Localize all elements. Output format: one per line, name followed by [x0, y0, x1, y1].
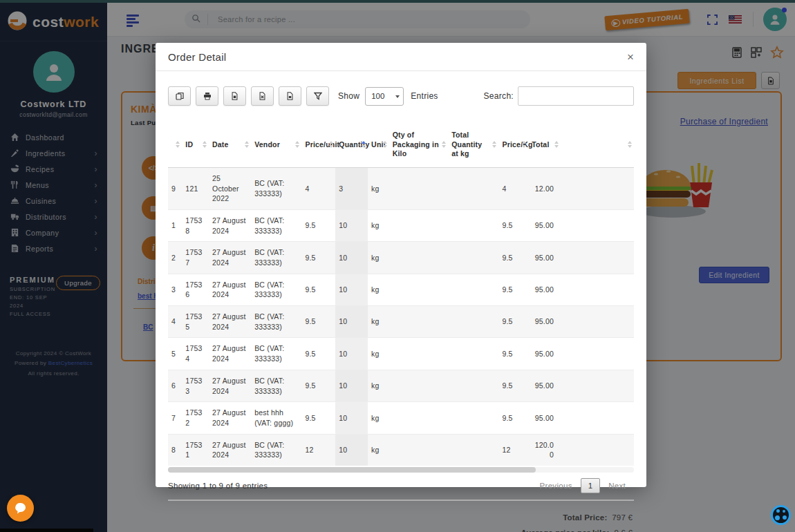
taskbar-fragment — [0, 529, 93, 532]
table-cell: 9.5 — [498, 306, 528, 338]
table-cell: 9.5 — [498, 402, 528, 434]
table-cell: 95.00 — [528, 338, 561, 370]
table-cell: BC (VAT: 333333) — [251, 242, 301, 274]
table-cell: kg — [368, 306, 389, 338]
table-search-input[interactable] — [518, 86, 634, 106]
table-cell: BC (VAT: 333333) — [251, 274, 301, 305]
column-header-blank[interactable] — [561, 122, 634, 167]
column-header-price-unit[interactable]: Price/unit — [301, 122, 335, 167]
table-cell: 95.00 — [528, 274, 561, 305]
table-cell: 9.5 — [301, 338, 335, 370]
table-cell — [561, 306, 634, 338]
table-cell: 17536 — [182, 274, 209, 305]
table-cell: 4 — [498, 167, 528, 209]
table-cell: 4 — [168, 306, 182, 338]
table-cell — [389, 402, 449, 434]
table-row: 11753827 August 2024BC (VAT: 333333)9.51… — [168, 209, 634, 241]
next-page-button[interactable]: Next — [600, 479, 634, 493]
orders-table: ID Date Vendor Price/unit Quantity Unit … — [168, 122, 634, 466]
modal-header: Order Detail × — [156, 43, 646, 71]
showing-entries-text: Showing 1 to 9 of 9 entries — [168, 482, 268, 490]
column-header-date[interactable]: Date — [209, 122, 251, 167]
table-cell: 9.5 — [498, 274, 528, 305]
table-cell: BC (VAT: 333333) — [251, 338, 301, 370]
table-cell: 10 — [335, 370, 368, 401]
export-excel-button[interactable] — [251, 86, 274, 106]
table-cell: 95.00 — [528, 370, 561, 401]
table-cell — [389, 306, 449, 338]
table-cell: 27 August 2024 — [209, 338, 251, 370]
column-header-index[interactable] — [168, 122, 182, 167]
table-row: 31753627 August 2024BC (VAT: 333333)9.51… — [168, 274, 634, 305]
table-cell: 95.00 — [528, 402, 561, 434]
close-icon[interactable]: × — [627, 51, 634, 63]
table-cell — [448, 242, 498, 274]
table-cell: kg — [368, 338, 389, 370]
total-price-line: Total Price: 797 € — [168, 511, 633, 526]
table-cell — [448, 209, 498, 241]
table-cell: 8 — [168, 434, 182, 466]
column-header-total-quantity[interactable]: Total Quantity at kg — [448, 122, 498, 167]
filter-button[interactable] — [306, 86, 329, 106]
table-cell: 95.00 — [528, 306, 561, 338]
table-cell: 10 — [335, 338, 368, 370]
table-cell: 10 — [335, 274, 368, 305]
table-cell: 4 — [301, 167, 335, 209]
page-number-button[interactable]: 1 — [581, 478, 600, 493]
modal-title: Order Detail — [168, 51, 226, 63]
table-cell: 9.5 — [301, 274, 335, 305]
scrollbar-thumb[interactable] — [168, 467, 536, 473]
table-cell — [448, 370, 498, 401]
table-cell: 9.5 — [498, 209, 528, 241]
table-cell: 17532 — [182, 402, 209, 434]
table-cell: 27 August 2024 — [209, 402, 251, 434]
order-detail-modal: Order Detail × Show 100 Entries Search: — [156, 43, 646, 487]
copy-button[interactable] — [168, 86, 191, 106]
table-row: 81753127 August 2024BC (VAT: 333333)1210… — [168, 434, 634, 466]
export-pdf-button[interactable] — [279, 86, 301, 106]
column-header-price-kg[interactable]: Price/Kg — [498, 122, 528, 167]
table-cell: 10 — [335, 434, 368, 466]
previous-page-button[interactable]: Previous — [532, 479, 581, 493]
average-price-line: Average price per kilo: 9.6 € — [168, 526, 633, 532]
export-csv-button[interactable] — [223, 86, 246, 106]
table-cell: 120.00 — [528, 434, 561, 466]
table-cell — [448, 167, 498, 209]
totals-block: Total Price: 797 € Average price per kil… — [168, 511, 634, 532]
table-cell: 9.5 — [301, 402, 335, 434]
table-cell: 27 August 2024 — [209, 209, 251, 241]
table-cell: 17537 — [182, 242, 209, 274]
average-price-value: 9.6 € — [614, 529, 633, 532]
table-cell: 5 — [168, 338, 182, 370]
table-cell: BC (VAT: 333333) — [251, 434, 301, 466]
table-row: 71753227 August 2024best hhh (VAT: gggg)… — [168, 402, 634, 434]
table-cell: kg — [368, 167, 389, 209]
table-cell: kg — [368, 242, 389, 274]
table-cell: 9.5 — [301, 242, 335, 274]
horizontal-scrollbar[interactable] — [168, 467, 634, 473]
table-row: 61753327 August 2024BC (VAT: 333333)9.51… — [168, 370, 634, 401]
column-header-vendor[interactable]: Vendor — [251, 122, 301, 167]
column-header-qty-packaging[interactable]: Qty of Packaging in Kilo — [389, 122, 449, 167]
table-cell: 12 — [301, 434, 335, 466]
sort-ascending-icon — [362, 141, 366, 148]
print-button[interactable] — [196, 86, 218, 106]
column-header-quantity[interactable]: Quantity — [335, 122, 368, 167]
page-size-select[interactable]: 100 — [365, 87, 404, 106]
column-header-total[interactable]: Total — [528, 122, 561, 167]
table-cell — [389, 370, 449, 401]
table-cell: 10 — [335, 306, 368, 338]
chat-widget-button[interactable] — [7, 495, 34, 522]
table-row: 51753427 August 2024BC (VAT: 333333)9.51… — [168, 338, 634, 370]
table-cell: 9.5 — [301, 306, 335, 338]
table-cell — [561, 402, 634, 434]
table-cell: 9.5 — [498, 338, 528, 370]
table-cell — [561, 242, 634, 274]
table-cell: 9.5 — [301, 209, 335, 241]
table-toolbar: Show 100 Entries Search: — [168, 86, 634, 106]
column-header-id[interactable]: ID — [182, 122, 209, 167]
accessibility-widget-button[interactable] — [771, 505, 791, 525]
column-header-unit[interactable]: Unit — [368, 122, 389, 167]
chat-bubble-icon — [14, 502, 28, 515]
table-cell — [561, 338, 634, 370]
